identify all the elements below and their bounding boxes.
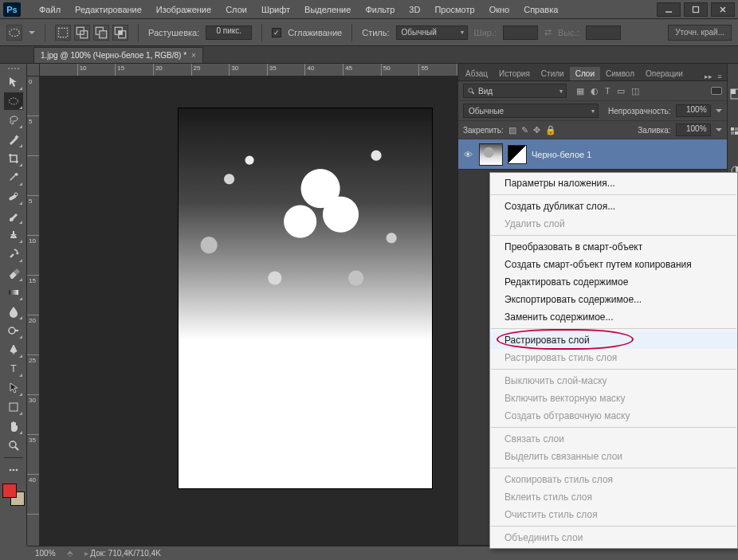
foreground-color-swatch[interactable] [2, 484, 17, 498]
toolbox-grip[interactable] [2, 65, 26, 72]
horizontal-ruler[interactable]: 10152025303540455055 [40, 64, 457, 76]
document-tab[interactable]: 1.jpg @ 100% (Черно-белое 1, RGB/8) * × [33, 47, 203, 63]
tool-preset-dropdown-icon[interactable] [29, 31, 35, 34]
document-canvas[interactable] [179, 108, 432, 488]
close-icon[interactable]: × [191, 51, 196, 60]
menu-справка[interactable]: Справка [516, 0, 565, 19]
healing-brush-tool[interactable] [4, 188, 23, 206]
blend-mode-select[interactable]: Обычные [463, 104, 599, 118]
path-selection-tool[interactable] [4, 379, 23, 397]
feather-input[interactable]: 0 пикс. [206, 25, 252, 40]
fill-dropdown-icon[interactable] [716, 128, 722, 131]
antialias-checkbox[interactable]: ✓ [272, 28, 281, 37]
current-tool-icon[interactable] [6, 25, 22, 41]
context-menu-item[interactable]: Редактировать содержимое [490, 273, 737, 291]
context-menu-item[interactable]: Параметры наложения... [490, 174, 737, 192]
panel-tab-история[interactable]: История [493, 67, 536, 80]
eyedropper-tool[interactable] [4, 169, 23, 186]
panel-tab-символ[interactable]: Символ [600, 67, 640, 80]
menu-просмотр[interactable]: Просмотр [427, 0, 481, 19]
refine-edge-button[interactable]: Уточн. край... [668, 25, 732, 41]
context-menu-item[interactable]: Растрировать слой [490, 331, 737, 349]
menu-редактирование[interactable]: Редактирование [68, 0, 149, 19]
layer-visibility-icon[interactable]: 👁 [461, 150, 474, 159]
menu-файл[interactable]: Файл [32, 0, 68, 19]
history-brush-tool[interactable] [4, 245, 23, 263]
color-panel-icon[interactable] [728, 86, 738, 102]
move-tool[interactable] [4, 73, 23, 91]
menu-изображение[interactable]: Изображение [149, 0, 218, 19]
window-maximize-button[interactable] [684, 2, 708, 17]
swatches-panel-icon[interactable] [728, 124, 738, 140]
filter-adjustment-icon[interactable]: ◐ [591, 86, 599, 96]
zoom-value[interactable]: 100% [35, 549, 56, 558]
canvas-area[interactable]: 10152025303540455055 05510152025303540 [27, 64, 457, 546]
filter-shape-icon[interactable]: ▭ [617, 86, 625, 96]
selection-new-icon[interactable] [55, 25, 71, 41]
filter-type-icon[interactable]: T [605, 86, 610, 96]
lasso-tool[interactable] [4, 112, 23, 129]
lock-all-icon[interactable]: 🔒 [545, 125, 556, 135]
type-tool[interactable]: T [4, 360, 23, 378]
menu-3d[interactable]: 3D [402, 0, 427, 19]
menu-окно[interactable]: Окно [482, 0, 517, 19]
selection-add-icon[interactable] [74, 25, 90, 41]
window-close-button[interactable] [711, 2, 735, 17]
hand-tool[interactable] [4, 417, 23, 435]
lock-pixels-icon[interactable]: ✎ [521, 125, 528, 135]
context-menu-separator [491, 526, 736, 527]
marquee-tool[interactable] [4, 92, 23, 110]
layer-filter-type-select[interactable]: Вид [463, 84, 567, 98]
color-swatches[interactable] [2, 484, 25, 506]
layer-item[interactable]: 👁 Черно-белое 1 [458, 139, 727, 170]
filter-toggle-switch[interactable] [711, 87, 722, 95]
svg-rect-9 [100, 30, 107, 37]
context-menu-item[interactable]: Создать дубликат слоя... [490, 198, 737, 215]
eraser-tool[interactable] [4, 264, 23, 282]
opacity-input[interactable]: 100% [676, 104, 711, 117]
menu-выделение[interactable]: Выделение [297, 0, 358, 19]
selection-intersect-icon[interactable] [112, 25, 128, 41]
layer-name[interactable]: Черно-белое 1 [532, 150, 591, 159]
menu-фильтр[interactable]: Фильтр [358, 0, 402, 19]
zoom-tool[interactable] [4, 437, 23, 454]
context-menu-item[interactable]: Создать смарт-объект путем копирования [490, 256, 737, 273]
edit-toolbar-icon[interactable] [4, 461, 23, 479]
canvas-image [179, 108, 432, 344]
filter-smart-icon[interactable]: ◫ [631, 86, 639, 96]
context-menu-item[interactable]: Преобразовать в смарт-объект [490, 238, 737, 256]
window-minimize-button[interactable] [657, 2, 681, 17]
layer-adjustment-icon[interactable] [508, 145, 527, 164]
gradient-tool[interactable] [4, 284, 23, 301]
menu-шрифт[interactable]: Шрифт [254, 0, 297, 19]
filter-pixel-icon[interactable]: ▦ [576, 86, 584, 96]
svg-rect-31 [735, 127, 738, 131]
shape-tool[interactable] [4, 398, 23, 416]
pen-tool[interactable] [4, 341, 23, 358]
fill-input[interactable]: 100% [676, 123, 711, 136]
panel-tab-абзац[interactable]: Абзац [460, 67, 493, 80]
panel-tab-слои[interactable]: Слои [570, 67, 600, 80]
document-info[interactable]: Док: 710,4K/710,4K [84, 549, 161, 558]
style-select[interactable]: Обычный [396, 25, 468, 40]
menu-слои[interactable]: Слои [218, 0, 254, 19]
context-menu-item[interactable]: Экспортировать содержимое... [490, 291, 737, 308]
clone-stamp-tool[interactable] [4, 226, 23, 244]
context-menu-item[interactable]: Заменить содержимое... [490, 308, 737, 326]
crop-tool[interactable] [4, 150, 23, 167]
opacity-dropdown-icon[interactable] [716, 109, 722, 112]
panel-collapse-icon[interactable]: ▸▸ [705, 72, 712, 80]
magic-wand-tool[interactable] [4, 131, 23, 148]
lock-transparent-icon[interactable]: ▨ [508, 125, 516, 135]
ruler-origin[interactable] [27, 64, 40, 76]
brush-tool[interactable] [4, 207, 23, 225]
selection-subtract-icon[interactable] [93, 25, 109, 41]
dodge-tool[interactable] [4, 322, 23, 339]
layer-thumbnail[interactable] [479, 143, 503, 166]
panel-menu-icon[interactable]: ≡ [717, 72, 721, 80]
panel-tab-операции[interactable]: Операции [640, 67, 689, 80]
panel-tab-стили[interactable]: Стили [536, 67, 570, 80]
vertical-ruler[interactable]: 05510152025303540 [27, 76, 40, 546]
lock-position-icon[interactable]: ✥ [533, 125, 540, 135]
blur-tool[interactable] [4, 303, 23, 320]
